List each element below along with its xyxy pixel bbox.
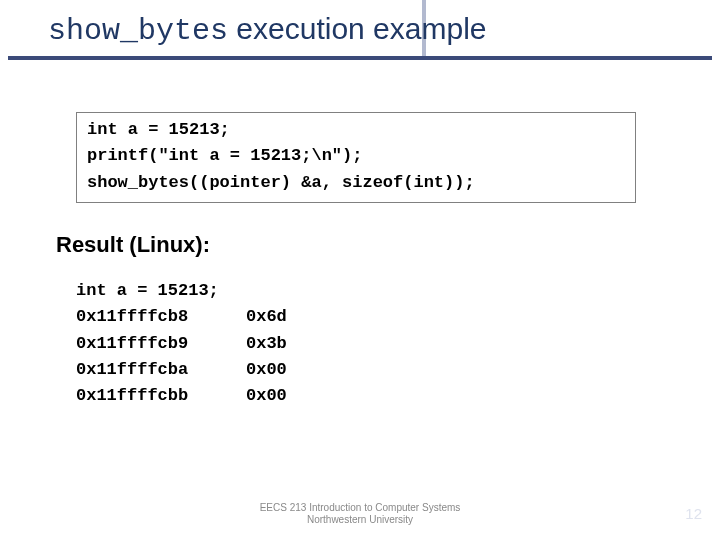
title-suffix: execution example [228, 12, 487, 45]
footer-line-1: EECS 213 Introduction to Computer System… [0, 502, 720, 514]
output-val: 0x3b [246, 331, 287, 357]
output-addr: 0x11ffffcba [76, 357, 246, 383]
code-line-3: show_bytes((pointer) &a, sizeof(int)); [87, 170, 625, 196]
title-wrap: show_bytes execution example [48, 12, 672, 48]
slide: show_bytes execution example int a = 152… [0, 0, 720, 540]
output-val: 0x00 [246, 383, 287, 409]
output-row: 0x11ffffcb90x3b [76, 331, 287, 357]
output-block: int a = 15213; 0x11ffffcb80x6d 0x11ffffc… [76, 278, 287, 410]
code-box: int a = 15213; printf("int a = 15213;\n"… [76, 112, 636, 203]
code-line-2: printf("int a = 15213;\n"); [87, 143, 625, 169]
output-addr: 0x11ffffcbb [76, 383, 246, 409]
output-val: 0x00 [246, 357, 287, 383]
output-header: int a = 15213; [76, 278, 287, 304]
footer-line-2: Northwestern University [0, 514, 720, 526]
output-row: 0x11ffffcb80x6d [76, 304, 287, 330]
title-underline [8, 56, 712, 60]
slide-title: show_bytes execution example [48, 12, 672, 48]
output-addr: 0x11ffffcb8 [76, 304, 246, 330]
output-addr: 0x11ffffcb9 [76, 331, 246, 357]
page-number: 12 [685, 505, 702, 522]
footer: EECS 213 Introduction to Computer System… [0, 502, 720, 526]
title-code-prefix: show_bytes [48, 14, 228, 48]
result-label: Result (Linux): [56, 232, 210, 258]
output-row: 0x11ffffcba0x00 [76, 357, 287, 383]
code-line-1: int a = 15213; [87, 117, 625, 143]
output-val: 0x6d [246, 304, 287, 330]
output-row: 0x11ffffcbb0x00 [76, 383, 287, 409]
